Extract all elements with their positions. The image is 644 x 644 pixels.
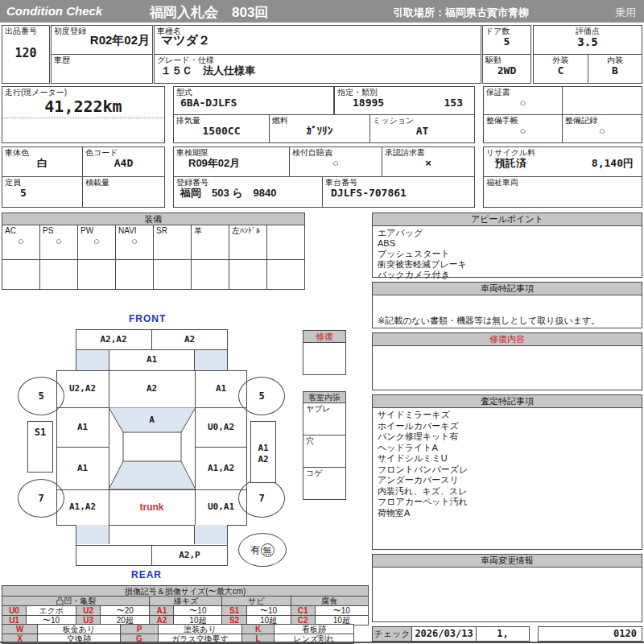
- rear-window-shape: [109, 461, 196, 489]
- cabin-panel-title: 客室内張: [303, 392, 345, 403]
- front-bumper-left-label: A2,A2: [76, 329, 151, 349]
- assessment-section: 査定特記事項 サイドミラーキズ ホイールカバーキズ パンク修理キット有 ヘッドラ…: [372, 394, 642, 550]
- doors-value: 5: [483, 36, 530, 47]
- hood-label: A1: [109, 349, 195, 370]
- equipment-row2-cell: [77, 259, 116, 290]
- assessment-item: ヘッドライトA: [378, 443, 637, 454]
- fender-left-label: U2,A2: [56, 370, 109, 407]
- equipment-label: 左ﾊﾝﾄﾞﾙ: [229, 225, 266, 236]
- recycle-cell: リサイクル料 預託済 8,140円: [483, 147, 642, 177]
- door-rear-left-label: A1: [56, 447, 109, 489]
- model-name-value: マツダ２: [155, 35, 481, 46]
- taillight-right: [194, 525, 227, 544]
- legend-code: W: [2, 625, 38, 634]
- drive-value: 2WD: [483, 65, 530, 76]
- cowl-label: A2: [109, 370, 195, 407]
- exterior-value: C: [534, 65, 588, 76]
- equipment-row2-cell: [2, 259, 40, 290]
- legend-size: 〜10: [174, 606, 222, 616]
- welfare-cell: 福祉車両: [483, 176, 642, 208]
- equipment-value: ○: [40, 236, 77, 247]
- recycle-fee: 8,140円: [592, 158, 634, 169]
- appeal-item: バックカメラ付き: [378, 270, 637, 280]
- equipment-col-lhd: 左ﾊﾝﾄﾞﾙ: [229, 225, 267, 260]
- changes-title: 車両変更情報: [373, 555, 642, 568]
- brand-logo: Condition Check: [6, 4, 102, 18]
- assessment-title: 査定特記事項: [373, 395, 642, 408]
- legend-code: U2: [76, 606, 101, 616]
- reg-number-value: 福岡 503 ら 9840: [174, 188, 322, 199]
- equipment-value: ○: [116, 236, 153, 247]
- vehicle-notes-note: ※記載のない書類・機器等は無しとして取り扱います。: [378, 316, 637, 326]
- legend-size: 〜10: [246, 606, 291, 616]
- load-cell: 積載量: [82, 176, 165, 208]
- history-label: 車歴: [52, 55, 152, 65]
- assessment-item: サイドミラーキズ: [378, 410, 637, 421]
- type-cell: 指定・類別 18995 153: [334, 86, 475, 115]
- legend-code: K: [242, 625, 275, 634]
- assessment-item: 荷物室A: [378, 508, 637, 519]
- equipment-col-navi: NAVI○: [115, 225, 154, 260]
- cabin-row-burn: コゲ: [303, 468, 345, 478]
- model-code-value: 6BA-DJLFS: [174, 97, 333, 109]
- maintenance-book-cell: 整備手帳 ○: [483, 114, 563, 143]
- trunk-label: trunk: [109, 489, 195, 525]
- equipment-row2-cell: [229, 259, 267, 290]
- type-value-1: 18995: [353, 97, 384, 109]
- pickup-place: 引取場所：福岡県古賀市青柳: [393, 6, 529, 20]
- appeal-item: プッシュスタート: [378, 249, 637, 259]
- legend-group-rust: サビ: [222, 597, 291, 606]
- sill-right-label-1: A1: [251, 443, 275, 454]
- spare-no-label: 無: [261, 543, 275, 557]
- lot-number-cell: 出品番号 120: [2, 25, 50, 84]
- taillight-left: [76, 525, 109, 544]
- interior-value: B: [588, 65, 642, 76]
- equipment-value: ○: [78, 236, 115, 247]
- capacity-value: 5: [2, 188, 82, 199]
- fender-right-label: A1: [195, 370, 247, 407]
- check-code-value: 0120: [613, 628, 637, 639]
- changes-body: [373, 568, 642, 571]
- insurance-cell: 検付自賠責 ○: [289, 147, 382, 177]
- equipment-col-pw: PW○: [77, 225, 116, 260]
- check-code: 0120: [538, 626, 642, 642]
- approval-cell: 承認請求書 ×: [382, 147, 475, 177]
- model-name-cell: 車種名 マツダ２: [154, 25, 481, 55]
- score-value: 3.5: [534, 36, 642, 47]
- appeal-item: ABS: [378, 238, 637, 249]
- auction-sheet: Condition Check 福岡入札会 803回 引取場所：福岡県古賀市青柳…: [0, 0, 644, 644]
- body-color-cell: 車体色 白: [2, 147, 83, 177]
- assessment-item: フロアカーペット汚れ: [378, 497, 637, 508]
- repair-mini-title: 修復: [303, 331, 345, 343]
- legend-code: A1: [150, 606, 174, 616]
- grade-cell: グレード・仕様 １５Ｃ 法人仕様車: [154, 54, 481, 84]
- model-code-cell: 型式 6BA-DJLFS: [173, 86, 334, 115]
- check-label: チェック: [372, 626, 412, 642]
- equipment-row2-cell: [39, 259, 78, 290]
- appeal-item: 衝突被害軽減ブレーキ: [378, 259, 637, 270]
- equipment-row2-cell: [153, 259, 192, 290]
- lot-value: 120: [2, 47, 49, 59]
- changes-section: 車両変更情報: [372, 554, 642, 622]
- door-rear-right-label: A1,A2: [195, 447, 247, 489]
- sill-left-label: S1: [28, 427, 52, 438]
- transmission-value: AT: [370, 126, 474, 137]
- body-color-value: 白: [2, 158, 82, 169]
- top-bar: Condition Check 福岡入札会 803回 引取場所：福岡県古賀市青柳…: [0, 0, 644, 23]
- repair-mini-box: 修復: [303, 330, 346, 375]
- check-date-value: 2026/03/13: [415, 628, 473, 639]
- legend-desc: 看板跡: [275, 625, 354, 634]
- exterior-cell: 外装 C: [533, 54, 588, 84]
- warranty-empty-cell: [562, 86, 642, 115]
- appeal-section: アピールポイント エアバッグ ABS プッシュスタート 衝突被害軽減ブレーキ バ…: [372, 213, 642, 278]
- door-front-right-label: U0,A2: [195, 407, 247, 447]
- mileage-cell: 走行(現メーター) 41,222km: [2, 86, 165, 143]
- chassis-value: DJLFS-707861: [323, 188, 474, 199]
- legend-group-corrosion: 腐食: [291, 597, 368, 606]
- warranty-value: ○: [484, 97, 562, 109]
- assessment-item: ホイールカバーキズ: [378, 421, 637, 432]
- sill-left-box: S1: [27, 421, 53, 473]
- spare-tire-indicator: 有無: [238, 533, 287, 567]
- appeal-item: エアバッグ: [378, 228, 637, 238]
- equipment-col-extra: [266, 225, 305, 260]
